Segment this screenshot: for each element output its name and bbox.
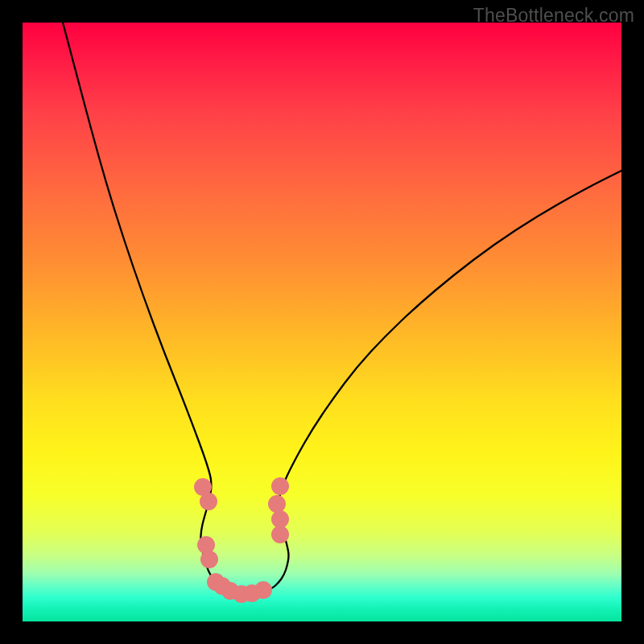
chart-frame: TheBottleneck.com — [0, 0, 644, 644]
data-point — [200, 551, 218, 568]
right-curve — [240, 171, 621, 594]
curve-layer — [23, 23, 621, 621]
data-point — [271, 477, 289, 495]
data-point — [271, 510, 289, 528]
data-point — [254, 581, 272, 599]
data-point — [268, 495, 286, 513]
data-point — [200, 493, 217, 510]
plot-area — [23, 23, 621, 621]
data-point — [271, 526, 289, 543]
watermark-text: TheBottleneck.com — [473, 5, 634, 27]
data-markers — [194, 477, 289, 603]
